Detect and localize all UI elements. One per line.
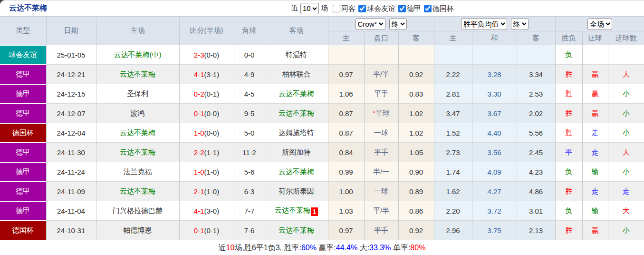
col-header-score: 比分(半场) — [179, 17, 234, 45]
fulltime-score: 0-2 — [194, 90, 204, 98]
away-team-cell: 云达不莱梅1 — [265, 201, 328, 221]
avg-draw-cell — [472, 45, 517, 65]
odds-home-cell: 0.87 — [328, 104, 364, 123]
match-row: 德国杯24-12-04云达不莱梅1-0(0-0)5-0达姆施塔特0.87一球1.… — [0, 123, 644, 143]
match-row: 德甲24-12-07波鸿0-1(0-0)9-5云达不莱梅0.87*半球1.023… — [0, 104, 644, 123]
match-date-cell: 24-11-24 — [46, 162, 96, 182]
filter-checkbox-德甲[interactable] — [398, 5, 406, 12]
home-team-name: 云达不莱梅(中) — [114, 50, 162, 59]
handicap-result-cell: 赢 — [582, 104, 608, 123]
avg-away-cell: 2.53 — [517, 84, 555, 104]
wdl-result-cell: 胜 — [555, 182, 582, 201]
subcol-odds-away: 客 — [398, 31, 434, 45]
avg-type-select[interactable]: 胜平负均值 — [461, 18, 507, 30]
filter-checkbox-德国杯[interactable] — [424, 5, 432, 12]
goals-result-cell — [608, 45, 644, 65]
recent-label: 近 — [291, 4, 298, 13]
team-title: 云达不莱梅 — [9, 3, 47, 13]
avg-draw-cell: 3.30 — [472, 84, 517, 104]
home-team-cell: 帕德博恩 — [96, 221, 179, 240]
match-row: 德甲24-11-30云达不莱梅2-2(1-1)11-2斯图加特0.84平手1.0… — [0, 143, 644, 162]
match-row: 德甲24-11-09云达不莱梅2-1(1-0)6-3荷尔斯泰因1.00一球0.8… — [0, 182, 644, 201]
odds-away-cell: 0.83 — [398, 84, 434, 104]
away-team-cell: 特温特 — [265, 45, 328, 65]
col-header-corner: 角球 — [234, 17, 265, 45]
league-type-cell: 德甲 — [0, 162, 46, 182]
summary-segment: 赢率: — [317, 244, 336, 252]
score-cell: 0-1(0-0) — [179, 104, 234, 123]
league-type-cell: 德甲 — [0, 182, 46, 201]
away-team-cell: 云达不莱梅 — [265, 84, 328, 104]
goals-result-cell: 大 — [608, 143, 644, 162]
handicap-value: 一球 — [374, 187, 388, 195]
avg-home-cell: 2.22 — [434, 65, 472, 84]
summary-segment: 近 — [219, 244, 226, 252]
odds-away-cell: 0.92 — [398, 65, 434, 84]
summary-segment: 10 — [226, 244, 235, 252]
wdl-result-cell: 负 — [555, 201, 582, 221]
halftime-score: (3-0) — [204, 207, 220, 215]
fulltime-score: 2-3 — [194, 51, 204, 59]
subcol-avg-away: 客 — [517, 31, 555, 45]
score-cell: 2-2(1-1) — [179, 143, 234, 162]
handicap-cell: 半/一 — [364, 162, 398, 182]
goals-result-cell: 小 — [608, 123, 644, 143]
corner-cell: 0-0 — [234, 45, 265, 65]
away-team-cell: 达姆施塔特 — [265, 123, 328, 143]
handicap-result-cell: 输 — [582, 162, 608, 182]
filter-checkbox-同客[interactable] — [333, 5, 340, 12]
scope-select[interactable]: 全场 — [587, 18, 612, 30]
handicap-result-cell — [582, 45, 608, 65]
away-team-cell: 云达不莱梅 — [265, 162, 328, 182]
subcol-handicap: 盘口 — [364, 31, 398, 45]
odds-group-header: Crow*终 — [328, 17, 434, 31]
corner-cell: 6-3 — [234, 182, 265, 201]
subcol-goals-result: 进球数 — [608, 31, 644, 45]
match-date-cell: 25-01-05 — [46, 45, 96, 65]
summary-segment: 场,胜6平1负3, 胜率: — [234, 244, 301, 252]
league-type-cell: 德甲 — [0, 143, 46, 162]
avg-away-cell: 4.86 — [517, 182, 555, 201]
summary-segment: 80% — [410, 244, 425, 252]
match-date-cell: 24-11-09 — [46, 182, 96, 201]
away-team-cell: 斯图加特 — [265, 143, 328, 162]
avg-away-cell: 3.01 — [517, 201, 555, 221]
handicap-value: 半球 — [375, 109, 390, 117]
score-cell: 1-0(0-0) — [179, 123, 234, 143]
summary-segment: 33.3% — [369, 244, 391, 252]
handicap-cell: 一球 — [364, 123, 398, 143]
avg-draw-cell: 3.75 — [472, 221, 517, 240]
wdl-result-cell: 胜 — [555, 65, 582, 84]
result-group-header: 全场 — [555, 17, 644, 31]
halftime-score: (0-1) — [204, 90, 220, 98]
goals-result-cell: 大 — [608, 65, 644, 84]
handicap-value: 半/一 — [373, 167, 389, 176]
recent-count-select[interactable]: 10 — [300, 3, 319, 14]
col-header-away: 客场 — [265, 17, 328, 45]
home-team-name: 帕德博恩 — [124, 226, 152, 234]
away-team-name: 云达不莱梅 — [279, 109, 314, 117]
avg-away-cell: 5.56 — [517, 123, 555, 143]
away-team-name: 特温特 — [286, 50, 307, 59]
filter-checkbox-球会友谊[interactable] — [358, 5, 366, 12]
match-date-cell: 24-11-04 — [46, 201, 96, 221]
away-team-cell: 荷尔斯泰因 — [265, 182, 328, 201]
filter-controls: 近 10 场 同客球会友谊德甲德国杯 — [291, 3, 454, 14]
match-date-cell: 24-12-15 — [46, 84, 96, 104]
league-type-cell: 球会友谊 — [0, 45, 46, 65]
wdl-result-cell: 胜 — [555, 104, 582, 123]
avg-time-select[interactable]: 终 — [511, 18, 529, 30]
odds-home-cell: 1.06 — [328, 84, 364, 104]
avg-home-cell: 2.81 — [434, 84, 472, 104]
avg-home-cell: 1.74 — [434, 162, 472, 182]
corner-cell: 7-7 — [234, 201, 265, 221]
score-cell: 0-2(0-1) — [179, 84, 234, 104]
corner-cell: 4-5 — [234, 84, 265, 104]
home-team-cell: 云达不莱梅 — [96, 65, 179, 84]
avg-home-cell: 2.73 — [434, 143, 472, 162]
home-team-cell: 云达不莱梅 — [96, 182, 179, 201]
goals-result-cell: 小 — [608, 162, 644, 182]
odds-time-select[interactable]: 终 — [389, 18, 407, 30]
odds-source-select[interactable]: Crow* — [356, 18, 385, 30]
avg-away-cell: 4.23 — [517, 162, 555, 182]
